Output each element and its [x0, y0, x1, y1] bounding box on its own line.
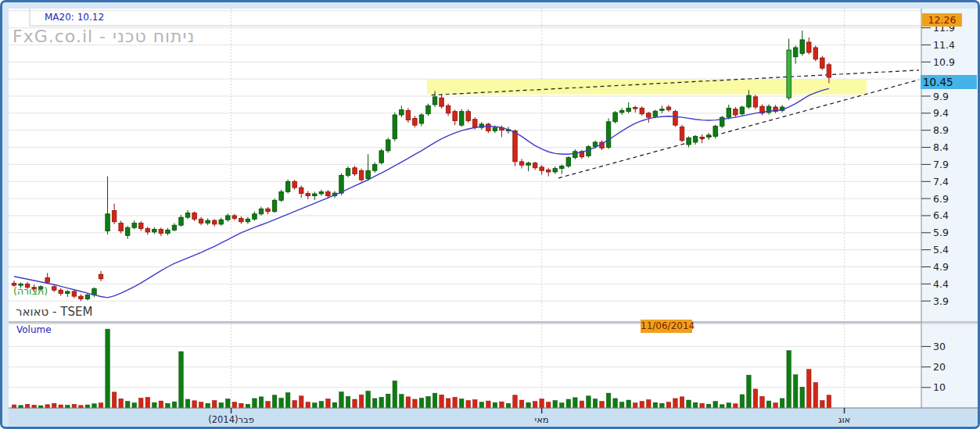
price-tick-label: 6.4 [933, 209, 949, 221]
candle-body [827, 65, 831, 77]
candle-body [793, 48, 798, 57]
candle-body [153, 229, 157, 231]
volume-bar [386, 394, 390, 408]
resistance-zone-highlight [427, 80, 867, 95]
candle-body [185, 213, 190, 217]
candle-body [339, 175, 344, 193]
candle-body [687, 138, 691, 145]
volume-bar [747, 375, 752, 408]
volume-bar [700, 403, 705, 408]
volume-bar [606, 393, 611, 408]
volume-bar [253, 399, 257, 408]
volume-bar [145, 397, 150, 408]
volume-bar [272, 395, 277, 408]
candle-body [560, 166, 565, 169]
volume-bar [813, 383, 818, 408]
month-label: אוג [838, 414, 851, 425]
candle-body [459, 112, 464, 125]
price-axis-background [921, 9, 978, 426]
candle-body [45, 277, 50, 282]
candle-body [132, 223, 137, 228]
volume-bar [493, 402, 497, 408]
candle-body [219, 220, 224, 224]
volume-bar [619, 402, 624, 408]
volume-bar [580, 401, 584, 408]
volume-bar [366, 391, 371, 408]
volume-bar [219, 402, 224, 408]
volume-bar [25, 404, 30, 408]
volume-bar [212, 401, 217, 408]
candle-body [513, 131, 518, 162]
candle-body [106, 214, 110, 231]
candle-body [640, 108, 644, 113]
volume-bar [680, 397, 684, 408]
volume-bar [406, 397, 411, 408]
volume-bar [332, 402, 337, 408]
candle-body [159, 229, 163, 233]
candle-body [540, 167, 544, 170]
candle-body [112, 210, 117, 221]
volume-bar [613, 399, 618, 408]
candle-body [285, 181, 290, 191]
price-tick-label: 4.4 [933, 278, 949, 290]
chart-window: 11.911.410.910.49.99.48.98.47.97.46.96.4… [0, 0, 980, 429]
candle-body [326, 191, 331, 195]
volume-bar [359, 395, 364, 408]
candle-body [272, 200, 277, 211]
volume-bar [720, 405, 724, 408]
candle-body [199, 219, 203, 223]
candle-body [139, 223, 144, 229]
volume-bar [446, 399, 451, 408]
volume-bar [319, 402, 324, 408]
volume-bar [185, 399, 190, 408]
candle-body [393, 115, 397, 139]
volume-bar [566, 399, 571, 408]
candle-body [52, 287, 56, 290]
volume-bar [259, 397, 264, 408]
candle-body [166, 230, 171, 233]
volume-bar [419, 398, 424, 408]
volume-bar [486, 401, 491, 408]
volume-bar [793, 375, 798, 408]
volume-bar [45, 405, 50, 408]
volume-bar [52, 403, 56, 408]
volume-bar [379, 397, 384, 408]
period-high-badge: 12.26 [922, 13, 962, 27]
volume-bar [647, 400, 652, 408]
volume-bar [800, 387, 805, 408]
candle-body [279, 191, 284, 200]
candle-body [526, 163, 531, 166]
candle-body [206, 220, 210, 223]
volume-bar [353, 399, 357, 408]
volume-bar [787, 351, 792, 408]
price-tick-label: 9.4 [933, 107, 949, 119]
price-tick-label: 9.9 [933, 91, 949, 102]
volume-bar [687, 400, 691, 408]
volume-bar [85, 405, 90, 408]
price-tick-label: 3.9 [933, 295, 949, 307]
volume-bar [526, 402, 531, 408]
volume-bar [12, 405, 16, 408]
volume-bar [279, 398, 284, 408]
candle-body [413, 118, 418, 125]
volume-bar [713, 402, 718, 408]
price-tick-label: 11.4 [933, 39, 955, 51]
volume-bar [500, 402, 504, 408]
candle-body [433, 97, 437, 105]
volume-pane-background [9, 324, 921, 408]
volume-bar [673, 399, 678, 408]
volume-bar [513, 395, 518, 408]
candle-body [79, 296, 84, 299]
volume-bar [653, 402, 658, 408]
volume-bar [372, 399, 377, 408]
candle-body [179, 217, 184, 225]
candle-body [99, 274, 102, 279]
chart-canvas[interactable]: 11.911.410.910.49.99.48.98.47.97.46.96.4… [2, 2, 980, 429]
symbol-label: טאואר - TSEM [16, 305, 92, 319]
candle-body [693, 137, 698, 142]
candle-body [232, 216, 237, 218]
volume-bar [533, 402, 537, 408]
candle-body [66, 291, 70, 294]
volume-bar [587, 396, 591, 408]
candle-body [653, 111, 658, 116]
